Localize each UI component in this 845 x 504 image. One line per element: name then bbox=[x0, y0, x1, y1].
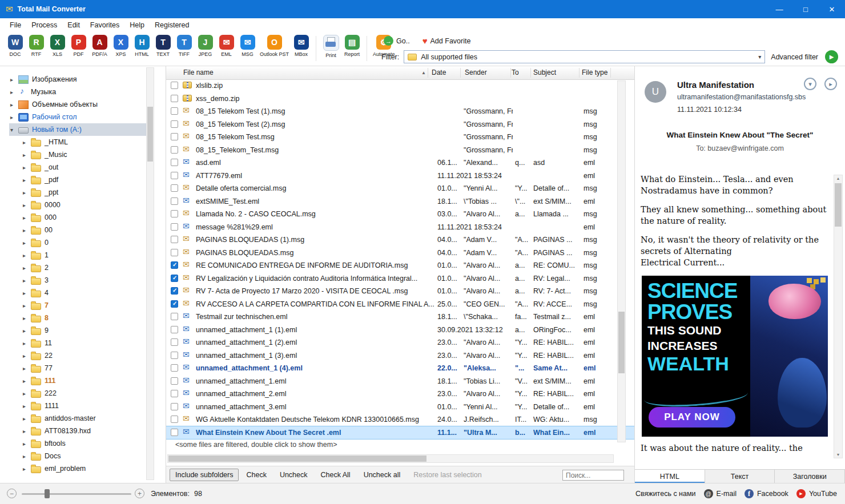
menu-help[interactable]: Help bbox=[124, 21, 150, 29]
tree-item-7[interactable]: ▸7 bbox=[9, 299, 147, 312]
column-header-to[interactable]: To bbox=[512, 68, 519, 76]
tree-item-9[interactable]: ▸9 bbox=[9, 324, 147, 337]
row-checkbox[interactable] bbox=[171, 172, 178, 179]
tree-item-ppt[interactable]: ▸_ppt bbox=[9, 186, 147, 199]
uncheck-all-button[interactable]: Uncheck all bbox=[358, 469, 407, 481]
tree-item-22[interactable]: ▸22 bbox=[9, 349, 147, 362]
tree-item-html[interactable]: ▸_HTML bbox=[9, 136, 147, 148]
expander-collapsed-icon[interactable]: ▸ bbox=[23, 252, 31, 259]
row-checkbox[interactable] bbox=[171, 236, 178, 243]
row-checkbox[interactable] bbox=[171, 352, 178, 359]
filtered-files-note[interactable]: <some files are filtered, double click t… bbox=[175, 441, 337, 449]
chevron-down-icon[interactable]: ▾ bbox=[758, 54, 761, 60]
expander-collapsed-icon[interactable]: ▸ bbox=[10, 114, 18, 120]
tree-item-bftools[interactable]: ▸bftools bbox=[9, 437, 147, 450]
tree-item-изображения[interactable]: ▸Изображения bbox=[9, 73, 147, 86]
file-row-llamada-no-2-caso-ceocal-msg[interactable]: Llamada No. 2 - CASO CEOCAL.msg03.0..."A… bbox=[166, 208, 634, 221]
file-list-horizontal-scrollbar[interactable] bbox=[167, 454, 614, 463]
convert-pdfa-button[interactable]: APDF/A bbox=[89, 35, 110, 57]
tree-item-1111[interactable]: ▸1111 bbox=[9, 400, 147, 412]
convert-tiff-button[interactable]: TTIFF bbox=[174, 35, 195, 57]
row-checkbox[interactable] bbox=[171, 364, 178, 372]
expander-collapsed-icon[interactable]: ▸ bbox=[23, 340, 31, 346]
youtube-link[interactable]: ▶ YouTube bbox=[796, 489, 837, 498]
row-checkbox[interactable] bbox=[171, 120, 178, 128]
search-input[interactable] bbox=[562, 470, 624, 481]
file-row-rv-7-acta-de-proyecto-17-marzo-2020-visita-de-ceocal-msg[interactable]: RV 7- Acta de Proyecto 17 Marzo 2020 - V… bbox=[166, 285, 634, 298]
expander-collapsed-icon[interactable]: ▸ bbox=[23, 428, 31, 434]
tree-item-рабочий-стол[interactable]: ▸Рабочий стол bbox=[9, 111, 147, 123]
tree-item-antiddos-master[interactable]: ▸antiddos-master bbox=[9, 412, 147, 425]
tree-item-out[interactable]: ▸_out bbox=[9, 161, 147, 174]
column-header-date[interactable]: Date bbox=[432, 68, 446, 76]
expander-collapsed-icon[interactable]: ▸ bbox=[23, 290, 31, 296]
file-row-xss-demo-zip[interactable]: xss_demo.zip bbox=[166, 92, 634, 106]
minimize-button[interactable]: — bbox=[766, 0, 792, 18]
file-row-unnamed-attachment-3-eml[interactable]: unnamed_attachment_3.eml01.0..."Yenni Al… bbox=[166, 401, 634, 414]
close-button[interactable]: ✕ bbox=[819, 0, 845, 18]
file-row-paginas-bloqueadas-msg[interactable]: PAGINAS BLOQUEADAS.msg04.0..."Adam V..."… bbox=[166, 247, 634, 260]
tree-item-eml-problem[interactable]: ▸eml_problem bbox=[9, 462, 147, 475]
tree-item-00[interactable]: ▸00 bbox=[9, 224, 147, 236]
convert-html-button[interactable]: HHTML bbox=[131, 35, 152, 57]
expander-collapsed-icon[interactable]: ▸ bbox=[23, 265, 31, 271]
file-row-att77679-eml[interactable]: ATT77679.eml11.11.2021 18:53:24eml bbox=[166, 170, 634, 183]
row-checkbox[interactable] bbox=[171, 429, 178, 436]
expander-collapsed-icon[interactable]: ▸ bbox=[23, 378, 31, 384]
row-checkbox[interactable] bbox=[171, 95, 178, 102]
expander-collapsed-icon[interactable]: ▸ bbox=[10, 76, 18, 83]
collapse-header-button[interactable]: ▾ bbox=[804, 78, 816, 90]
report-button[interactable]: ▤Report bbox=[341, 35, 363, 57]
expander-collapsed-icon[interactable]: ▸ bbox=[23, 227, 31, 233]
tree-item-музыка[interactable]: ▸Музыка bbox=[9, 86, 147, 98]
tree-item-docs[interactable]: ▸Docs bbox=[9, 450, 147, 462]
expander-collapsed-icon[interactable]: ▸ bbox=[23, 177, 31, 183]
expander-collapsed-icon[interactable]: ▸ bbox=[23, 277, 31, 284]
play-now-button[interactable]: PLAY NOW bbox=[649, 407, 735, 428]
convert-msg-button[interactable]: ✉MSG bbox=[237, 35, 258, 57]
file-list-horizontal-scrollbar-thumb[interactable] bbox=[168, 455, 426, 462]
convert-xls-button[interactable]: XXLS bbox=[47, 35, 68, 57]
expander-collapsed-icon[interactable]: ▸ bbox=[23, 441, 31, 447]
add-favorite-button[interactable]: Add Favorite bbox=[430, 37, 471, 45]
file-row-what-einstein-knew-about-the-secret-eml[interactable]: What Einstein Knew About The Secret .eml… bbox=[166, 426, 634, 440]
file-list-vertical-scrollbar-thumb[interactable] bbox=[618, 312, 625, 373]
expander-collapsed-icon[interactable]: ▸ bbox=[23, 453, 31, 459]
file-row-xlslib-zip[interactable]: xlslib.zip bbox=[166, 79, 634, 92]
tree-item-0000[interactable]: ▸0000 bbox=[9, 199, 147, 211]
tree-item-4[interactable]: ▸4 bbox=[9, 287, 147, 299]
tree-item-объемные-объекты[interactable]: ▸Объемные объекты bbox=[9, 98, 147, 111]
row-checkbox[interactable] bbox=[171, 82, 178, 89]
file-row-asd-eml[interactable]: asd.eml06.1..."Alexand...q...asdeml bbox=[166, 156, 634, 170]
row-checkbox[interactable] bbox=[171, 300, 178, 308]
row-checkbox[interactable] bbox=[171, 261, 178, 269]
tree-item-222[interactable]: ▸222 bbox=[9, 387, 147, 400]
print-button[interactable]: Print bbox=[320, 35, 341, 58]
convert-pst-button[interactable]: OOutlook PST bbox=[258, 35, 291, 57]
convert-mbox-button[interactable]: ✉MBox bbox=[291, 35, 312, 57]
expander-collapsed-icon[interactable]: ▸ bbox=[23, 152, 31, 158]
expander-collapsed-icon[interactable]: ▸ bbox=[23, 466, 31, 472]
expander-collapsed-icon[interactable]: ▸ bbox=[23, 365, 31, 372]
file-row-rv-legalizaci-n-y-liquidaci-n-contrato-auditoria-inform-tica-integral[interactable]: RV Legalización y Liquidación contrato A… bbox=[166, 272, 634, 285]
go-button[interactable]: Go.. bbox=[396, 37, 410, 45]
file-row-extsmime-test-eml[interactable]: extSMIME_Test.eml18.1...\"Tobias ...\"..… bbox=[166, 195, 634, 208]
file-row-testmail-zur-technischen-eml[interactable]: Testmail zur technischen.eml18.1...\"Sch… bbox=[166, 311, 634, 324]
file-row-unnamed-attachment-1-4-eml[interactable]: unnamed_attachment_1 (4).eml22.0..."Alek… bbox=[166, 362, 634, 375]
file-row-paginas-bloqueadas-1-msg[interactable]: PAGINAS BLOQUEADAS (1).msg04.0..."Adam V… bbox=[166, 233, 634, 247]
expander-collapsed-icon[interactable]: ▸ bbox=[23, 390, 31, 397]
preview-scrollbar-thumb[interactable] bbox=[835, 183, 842, 227]
expander-expanded-icon[interactable]: ▾ bbox=[10, 127, 18, 133]
tab-html[interactable]: HTML bbox=[635, 470, 705, 483]
expander-collapsed-icon[interactable]: ▸ bbox=[23, 403, 31, 409]
file-row-re-comunicado-entrega-de-informe-de-auditoria-msg[interactable]: RE COMUNICADO ENTREGA DE INFORME DE AUDI… bbox=[166, 259, 634, 272]
file-row-08-15-telekom-test-msg[interactable]: 08_15_Telekom_Test.msg"Grossmann, Fra...… bbox=[166, 144, 634, 157]
tree-item-2[interactable]: ▸2 bbox=[9, 261, 147, 274]
row-checkbox[interactable] bbox=[171, 326, 178, 333]
zoom-in-button[interactable]: + bbox=[135, 489, 144, 498]
scroll-down-icon[interactable]: ▼ bbox=[834, 453, 842, 457]
tree-item-77[interactable]: ▸77 bbox=[9, 362, 147, 374]
expander-collapsed-icon[interactable]: ▸ bbox=[23, 303, 31, 309]
file-list-vertical-scrollbar[interactable] bbox=[617, 80, 626, 442]
tree-item-3[interactable]: ▸3 bbox=[9, 274, 147, 287]
